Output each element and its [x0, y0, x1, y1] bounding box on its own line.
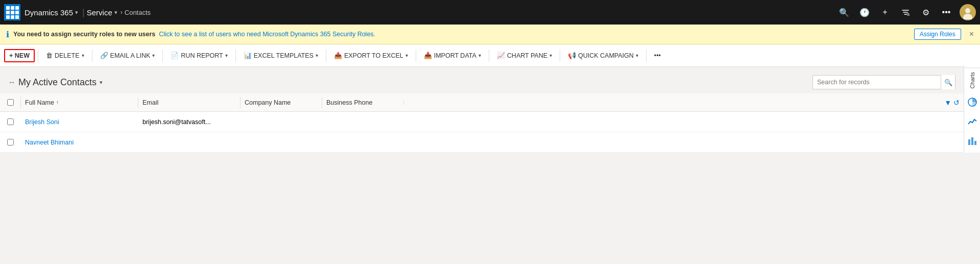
- notif-link[interactable]: Click to see a list of users who need Mi…: [159, 31, 375, 38]
- settings-button[interactable]: ⚙: [917, 3, 935, 21]
- delete-caret[interactable]: ▾: [82, 53, 84, 58]
- brand-label: Dynamics 365: [25, 8, 73, 17]
- column-header-phone[interactable]: Business Phone: [322, 97, 403, 108]
- excel-templates-label: EXCEL TEMPLATES: [254, 52, 314, 59]
- breadcrumb[interactable]: › Contacts: [121, 9, 151, 16]
- row-1-phone: [322, 118, 403, 126]
- toolbar: + NEW 🗑 DELETE ▾ 🔗 EMAIL A LINK ▾ 📄 RUN …: [0, 44, 980, 67]
- dynamics-brand[interactable]: Dynamics 365 ▾: [25, 8, 78, 17]
- export-excel-caret[interactable]: ▾: [405, 53, 408, 58]
- row-2-fullname-link[interactable]: Navneet Bhimani: [25, 139, 74, 146]
- toolbar-separator-7: [489, 50, 489, 62]
- select-all-checkbox[interactable]: [7, 99, 14, 106]
- import-data-button[interactable]: 📥 IMPORT DATA ▾: [419, 49, 486, 62]
- toolbar-separator-5: [326, 50, 326, 62]
- table-refresh-icon[interactable]: ↺: [953, 99, 960, 107]
- row-2-checkbox[interactable]: [7, 139, 14, 146]
- run-report-label: RUN REPORT: [181, 52, 223, 59]
- phone-column-label: Business Phone: [326, 99, 372, 106]
- email-link-caret[interactable]: ▾: [152, 53, 155, 58]
- row-1-checkbox-cell: [0, 118, 20, 125]
- fullname-sort-icon: ↑: [56, 100, 59, 105]
- charts-tab[interactable]: Charts: [964, 67, 980, 92]
- column-header-spacer: [403, 101, 944, 105]
- more-toolbar-button[interactable]: •••: [650, 50, 665, 62]
- view-title: My Active Contacts: [18, 77, 97, 88]
- email-link-label: EMAIL A LINK: [110, 52, 151, 59]
- row-1-fullname: Brijesh Soni: [20, 114, 138, 130]
- module-text: Service: [87, 8, 112, 17]
- run-report-button[interactable]: 📄 RUN REPORT ▾: [166, 49, 232, 62]
- view-title-row: ↔ My Active Contacts ▾: [8, 77, 103, 88]
- more-toolbar-label: •••: [654, 52, 661, 59]
- module-chevron: ▾: [114, 9, 117, 16]
- chart-pane-icon: 📈: [497, 52, 505, 59]
- create-button[interactable]: +: [876, 3, 894, 21]
- email-link-button[interactable]: 🔗 EMAIL A LINK ▾: [95, 49, 160, 62]
- contacts-table: Full Name ↑ Email Company Name Business …: [0, 93, 964, 153]
- table-row: Brijesh Soni brijesh.soni@tatvasoft...: [0, 112, 964, 132]
- right-panel: Charts: [964, 65, 980, 153]
- assign-roles-button[interactable]: Assign Roles: [914, 29, 961, 40]
- chart-pane-button[interactable]: 📈 CHART PANE ▾: [492, 49, 557, 62]
- run-report-icon: 📄: [171, 52, 179, 59]
- bar-chart-icon[interactable]: [964, 133, 980, 151]
- breadcrumb-arrow: ›: [121, 9, 123, 16]
- excel-templates-button[interactable]: 📊 EXCEL TEMPLATES ▾: [239, 49, 323, 62]
- module-label[interactable]: Service ▾: [87, 8, 117, 17]
- search-records-input[interactable]: [813, 77, 941, 88]
- search-button[interactable]: 🔍: [835, 3, 853, 21]
- advanced-find-button[interactable]: [896, 3, 915, 21]
- svg-rect-7: [971, 137, 973, 145]
- excel-templates-caret[interactable]: ▾: [316, 53, 318, 58]
- export-excel-icon: 📤: [334, 52, 342, 59]
- quick-campaign-caret[interactable]: ▾: [636, 53, 638, 58]
- run-report-caret[interactable]: ▾: [225, 53, 228, 58]
- toolbar-separator-3: [162, 50, 163, 62]
- pin-icon: ↔: [8, 78, 15, 86]
- search-records-button[interactable]: 🔍: [941, 75, 955, 89]
- row-2-phone: [322, 138, 403, 147]
- brand-chevron: ▾: [75, 9, 78, 16]
- column-header-email[interactable]: Email: [138, 97, 240, 108]
- toolbar-separator-1: [38, 50, 38, 62]
- recent-items-button[interactable]: 🕐: [855, 3, 874, 21]
- more-options-button[interactable]: •••: [937, 3, 955, 21]
- view-dropdown-icon[interactable]: ▾: [100, 79, 103, 86]
- nav-right-actions: 🔍 🕐 + ⚙ •••: [835, 3, 976, 21]
- notification-bar: ℹ You need to assign security roles to n…: [0, 25, 980, 44]
- nav-separator: |: [82, 7, 85, 18]
- chart-pane-caret[interactable]: ▾: [549, 53, 552, 58]
- table-header: Full Name ↑ Email Company Name Business …: [0, 93, 964, 112]
- chart-pane-label: CHART PANE: [507, 52, 547, 59]
- row-1-checkbox[interactable]: [7, 118, 14, 125]
- export-excel-label: EXPORT TO EXCEL: [344, 52, 403, 59]
- quick-campaign-label: QUICK CAMPAIGN: [578, 52, 634, 59]
- toolbar-separator-9: [646, 50, 647, 62]
- row-1-fullname-link[interactable]: Brijesh Soni: [25, 118, 59, 126]
- delete-button[interactable]: 🗑 DELETE ▾: [41, 49, 89, 62]
- quick-campaign-button[interactable]: 📢 QUICK CAMPAIGN ▾: [563, 49, 643, 62]
- waffle-menu-button[interactable]: [4, 4, 20, 20]
- pie-chart-icon[interactable]: [964, 94, 980, 112]
- row-2-company: [240, 138, 322, 147]
- breadcrumb-label: Contacts: [125, 9, 151, 16]
- search-records-container: 🔍: [812, 75, 955, 89]
- top-navigation: Dynamics 365 ▾ | Service ▾ › Contacts 🔍 …: [0, 0, 980, 25]
- toolbar-separator-2: [92, 50, 92, 62]
- column-header-fullname[interactable]: Full Name ↑: [20, 97, 138, 108]
- import-data-caret[interactable]: ▾: [479, 53, 481, 58]
- main-content: ↔ My Active Contacts ▾ 🔍 Full Name ↑: [0, 67, 964, 153]
- main-area: ↔ My Active Contacts ▾ 🔍 Full Name ↑: [0, 67, 980, 153]
- new-button[interactable]: + NEW: [4, 49, 35, 62]
- notification-close-button[interactable]: ×: [969, 30, 974, 39]
- toolbar-separator-8: [560, 50, 560, 62]
- line-chart-icon[interactable]: [964, 114, 980, 131]
- table-filter-icon[interactable]: ▼: [944, 99, 951, 107]
- column-header-company[interactable]: Company Name: [240, 97, 322, 108]
- user-avatar[interactable]: [960, 4, 976, 20]
- svg-point-3: [965, 8, 970, 13]
- export-excel-button[interactable]: 📤 EXPORT TO EXCEL ▾: [329, 49, 413, 62]
- excel-templates-icon: 📊: [244, 52, 252, 59]
- row-1-email-value: brijesh.soni@tatvasoft...: [142, 118, 211, 126]
